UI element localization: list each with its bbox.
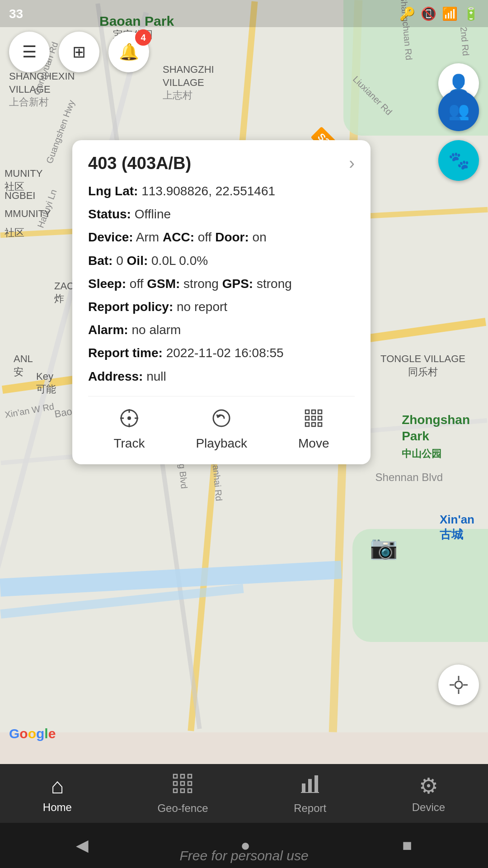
- jingbei-label: NGBEI: [5, 190, 35, 202]
- signal-status-icon: 📶: [442, 6, 458, 21]
- anl-label: ANL安: [14, 353, 33, 378]
- svg-rect-26: [188, 782, 192, 785]
- mmunity-label: MMUNITY: [5, 208, 51, 220]
- svg-rect-23: [188, 774, 192, 778]
- track-button[interactable]: Track: [104, 404, 154, 455]
- track-icon: [119, 408, 139, 433]
- menu-button[interactable]: ☰: [9, 32, 50, 72]
- popup-lnglat-row: Lng Lat: 113.908826, 22.551461: [88, 182, 355, 200]
- lnglat-value: 113.908826, 22.551461: [141, 184, 275, 198]
- location-button[interactable]: [438, 665, 479, 705]
- report-icon: [299, 773, 321, 799]
- track-label: Track: [113, 436, 145, 451]
- bat-value: 0: [116, 254, 123, 268]
- home-label: Home: [43, 801, 72, 814]
- device-info-popup: 403 (403A/B) › Lng Lat: 113.908826, 22.5…: [72, 140, 371, 464]
- device-label: Device:: [88, 230, 133, 244]
- report-time-value: 2022-11-02 16:08:55: [166, 346, 284, 360]
- svg-point-6: [213, 410, 230, 426]
- geofence-icon: [172, 773, 193, 799]
- move-button[interactable]: Move: [289, 404, 338, 455]
- top-controls: ☰ ⊞ 🔔 4 👤: [0, 32, 488, 72]
- move-label: Move: [298, 436, 329, 451]
- bat-label: Bat:: [88, 254, 113, 268]
- wifi-status-icon: 📵: [421, 6, 436, 21]
- paw-fab[interactable]: 🐾: [438, 140, 479, 181]
- playback-label: Playback: [196, 436, 247, 451]
- alarm-value: no alarm: [131, 323, 181, 337]
- gps-value: strong: [257, 277, 292, 291]
- paw-icon: 🐾: [448, 151, 469, 170]
- home-icon: ⌂: [51, 774, 64, 798]
- svg-rect-12: [318, 416, 322, 420]
- report-policy-value: no report: [177, 300, 227, 314]
- svg-rect-21: [174, 774, 177, 778]
- gsm-value: strong: [183, 277, 219, 291]
- key-status-icon: 🔑: [399, 6, 415, 21]
- svg-rect-25: [181, 782, 184, 785]
- svg-rect-9: [318, 410, 322, 414]
- people-icon: 👥: [448, 101, 469, 121]
- oil-value: 0.0L 0.0%: [151, 254, 208, 268]
- acc-value: off: [198, 230, 212, 244]
- acc-label: ACC:: [163, 230, 194, 244]
- expand-icon: ⊞: [72, 42, 86, 61]
- playback-button[interactable]: Playback: [187, 404, 256, 455]
- status-label: Status:: [88, 207, 131, 221]
- popup-report-time-row: Report time: 2022-11-02 16:08:55: [88, 344, 355, 362]
- haifuyi-road-label: Haifuyi Ln: [35, 188, 59, 229]
- popup-alarm-row: Alarm: no alarm: [88, 321, 355, 339]
- notification-badge: 4: [135, 29, 151, 46]
- status-bar: 33 🔑 📵 📶 🔋: [0, 0, 488, 27]
- report-policy-label: Report policy:: [88, 300, 173, 314]
- svg-rect-10: [305, 416, 309, 420]
- door-value: on: [253, 230, 267, 244]
- notification-button[interactable]: 🔔 4: [108, 32, 149, 72]
- people-fab[interactable]: 👥: [438, 90, 479, 131]
- shanghexin-label: SHANGHEXINVILLAGE上合新村: [9, 70, 75, 109]
- community-label: MUNITY社区: [5, 167, 42, 193]
- tongle-label: TONGLE VILLAGE同乐村: [380, 353, 465, 378]
- bell-icon: 🔔: [119, 42, 139, 61]
- svg-rect-29: [188, 789, 192, 793]
- popup-report-policy-row: Report policy: no report: [88, 298, 355, 316]
- status-time: 33: [9, 7, 23, 21]
- svg-rect-30: [302, 783, 305, 793]
- nav-device[interactable]: ⚙ Device: [403, 769, 454, 818]
- popup-sleep-row: Sleep: off GSM: strong GPS: strong: [88, 275, 355, 292]
- alarm-label: Alarm:: [88, 323, 128, 337]
- nav-report[interactable]: Report: [285, 768, 335, 819]
- popup-device-row: Device: Arm ACC: off Door: on: [88, 228, 355, 246]
- svg-rect-24: [174, 782, 177, 785]
- camera-pin: 📷: [370, 534, 398, 561]
- location-icon: [449, 675, 469, 695]
- nav-home[interactable]: ⌂ Home: [34, 769, 81, 818]
- svg-rect-14: [312, 423, 315, 426]
- lnglat-label: Lng Lat:: [88, 184, 138, 198]
- bottom-navigation: ⌂ Home Geo-fence: [0, 764, 488, 823]
- svg-point-1: [127, 416, 131, 420]
- zhongshan-label: ZhongshanPark中山公园: [402, 412, 470, 461]
- expand-button[interactable]: ⊞: [59, 32, 99, 72]
- oil-label: Oil:: [127, 254, 148, 268]
- status-value: Offline: [135, 207, 171, 221]
- report-label: Report: [294, 802, 326, 815]
- xinan-road-label: Xin'an W Rd: [4, 401, 55, 420]
- svg-rect-32: [314, 775, 318, 793]
- nav-geofence[interactable]: Geo-fence: [148, 768, 217, 819]
- gsm-label: GSM:: [147, 277, 180, 291]
- device-label: Device: [412, 801, 445, 814]
- sleep-label: Sleep:: [88, 277, 126, 291]
- gps-label: GPS:: [222, 277, 253, 291]
- door-label: Door:: [215, 230, 249, 244]
- google-logo: Google: [9, 726, 56, 741]
- battery-status-icon: 🔋: [463, 6, 479, 21]
- svg-rect-13: [305, 423, 309, 426]
- svg-rect-15: [318, 423, 322, 426]
- address-value: null: [146, 369, 166, 383]
- address-label: Address:: [88, 369, 143, 383]
- svg-rect-8: [312, 410, 315, 414]
- popup-arrow-icon[interactable]: ›: [349, 154, 355, 173]
- playback-icon: [211, 408, 231, 433]
- geofence-label: Geo-fence: [157, 802, 208, 815]
